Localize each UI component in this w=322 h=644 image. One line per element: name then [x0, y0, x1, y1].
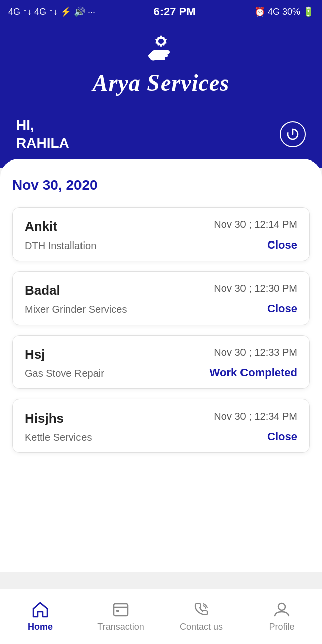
card-name: Badal	[25, 283, 60, 298]
network-indicator: 4G ↑↓ 4G ↑↓ ⚡ 🔊 ···	[8, 6, 95, 17]
status-bar: 4G ↑↓ 4G ↑↓ ⚡ 🔊 ··· 6:27 PM ⏰ 4G 30% 🔋	[0, 0, 322, 23]
gear-hand-icon	[146, 33, 176, 63]
greeting-text: HI, RAHILA	[16, 116, 69, 153]
battery-indicator: ⏰ 4G 30% 🔋	[254, 6, 314, 17]
power-button[interactable]	[280, 121, 306, 147]
svg-point-7	[278, 603, 285, 610]
card-time: Nov 30 ; 12:14 PM	[214, 219, 297, 230]
date-label: Nov 30, 2020	[12, 177, 310, 193]
app-title: Arya Services	[93, 69, 229, 96]
transaction-icon	[112, 601, 130, 619]
nav-transaction-label: Transaction	[97, 622, 144, 632]
card-time: Nov 30 ; 12:30 PM	[214, 283, 297, 294]
card-name: Ankit	[25, 219, 57, 234]
service-card[interactable]: Badal Nov 30 ; 12:30 PM Mixer Grinder Se…	[12, 271, 310, 325]
card-status[interactable]: Close	[267, 302, 297, 315]
service-card[interactable]: Hsj Nov 30 ; 12:33 PM Gas Stove Repair W…	[12, 335, 310, 389]
app-logo	[146, 33, 176, 63]
nav-contact[interactable]: Contact us	[161, 601, 242, 632]
greeting-hi: HI,	[16, 116, 69, 134]
profile-icon	[273, 601, 291, 619]
card-service: Gas Stove Repair	[25, 368, 104, 379]
status-left: 4G ↑↓ 4G ↑↓ ⚡ 🔊 ···	[8, 6, 95, 17]
main-content: Nov 30, 2020 Ankit Nov 30 ; 12:14 PM DTH…	[0, 159, 322, 572]
nav-home[interactable]: Home	[0, 601, 80, 632]
status-time: 6:27 PM	[153, 5, 195, 18]
card-status[interactable]: Close	[267, 430, 297, 443]
bottom-nav: Home Transaction Contact us Profile	[0, 589, 322, 644]
status-right: ⏰ 4G 30% 🔋	[254, 6, 314, 17]
nav-profile[interactable]: Profile	[242, 601, 322, 632]
nav-transaction[interactable]: Transaction	[80, 601, 161, 632]
service-card[interactable]: Hisjhs Nov 30 ; 12:34 PM Kettle Services…	[12, 399, 310, 453]
svg-point-1	[158, 39, 164, 44]
service-card[interactable]: Ankit Nov 30 ; 12:14 PM DTH Installation…	[12, 207, 310, 261]
greeting-name: RAHILA	[16, 134, 69, 152]
nav-profile-label: Profile	[269, 622, 294, 632]
nav-home-label: Home	[28, 622, 53, 632]
cards-container: Ankit Nov 30 ; 12:14 PM DTH Installation…	[12, 207, 310, 453]
app-header: Arya Services	[0, 23, 322, 111]
contact-icon	[192, 601, 210, 619]
nav-contact-label: Contact us	[180, 622, 223, 632]
svg-rect-6	[116, 610, 119, 612]
card-service: DTH Installation	[25, 240, 96, 252]
card-time: Nov 30 ; 12:34 PM	[214, 411, 297, 422]
card-status[interactable]: Close	[267, 238, 297, 252]
power-icon	[286, 127, 300, 141]
card-service: Kettle Services	[25, 432, 92, 443]
card-service: Mixer Grinder Services	[25, 304, 127, 315]
svg-rect-4	[114, 604, 128, 616]
card-name: Hsj	[25, 347, 45, 362]
card-status[interactable]: Work Completed	[210, 366, 297, 379]
card-time: Nov 30 ; 12:33 PM	[214, 347, 297, 358]
card-name: Hisjhs	[25, 411, 64, 426]
home-icon	[31, 601, 49, 619]
